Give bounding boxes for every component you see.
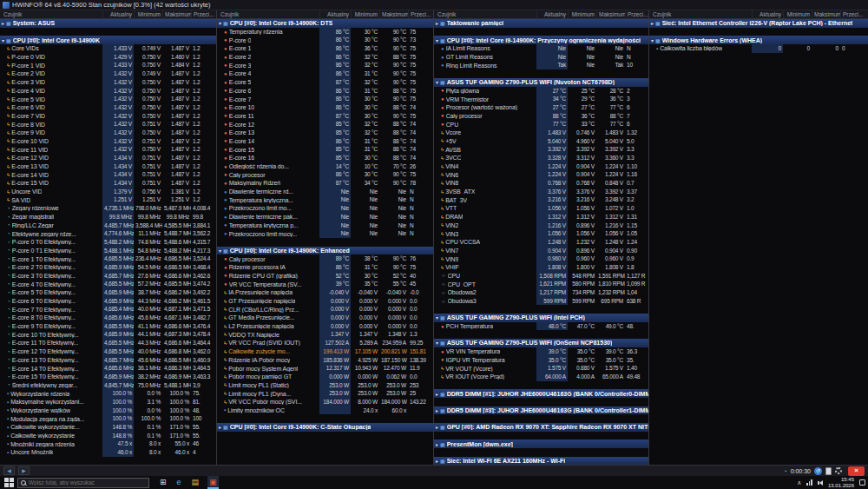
sensor-row[interactable]: ϟGT Media Przesunięcie...0.000 V0.000 V0… bbox=[217, 314, 433, 322]
sensor-row[interactable]: ●IGPU VR Temperatura35.0 °C35.0 °C35.0 °… bbox=[434, 356, 648, 365]
section-header[interactable]: ▾▦ASUS TUF GAMING Z790-PLUS WIFI (Nuvoto… bbox=[434, 78, 648, 87]
sensor-row[interactable]: ϟPobór mocy System Agent12.317 W10.943 W… bbox=[217, 364, 433, 373]
sensor-row[interactable]: ϟPobór mocy pamięci GT0.000 W0.000 W0.06… bbox=[217, 373, 433, 381]
sensor-row[interactable]: ▪Wykorzystanie rdzenia100.0 %0.0 %100.0 … bbox=[0, 389, 216, 398]
sensor-row[interactable]: ●Cały procesor88 °C36 °C88 °C7 bbox=[434, 112, 648, 121]
sensor-row[interactable]: ϟE-core 10 VID1.432 V0.751 V1.487 V1.2 bbox=[0, 137, 216, 146]
sensor-row[interactable]: ϟE-core 13 VID1.434 V0.751 V1.487 V1.2 bbox=[0, 162, 216, 171]
sensor-row[interactable]: ϟE-core 11 VID1.432 V0.750 V1.487 V1.2 bbox=[0, 145, 216, 154]
sensor-row[interactable]: ●Maksymalny Rdzeń87 °C34 °C90 °C78 bbox=[217, 179, 433, 188]
avg-column-title[interactable]: Przeci... bbox=[840, 10, 868, 18]
sensor-row[interactable]: ●Cały procesor89 °C38 °C90 °C76 bbox=[217, 254, 433, 263]
section-header[interactable]: ▸▦Sieć: Intel Wi-Fi 6E AX211 160MHz - Wi… bbox=[434, 457, 648, 465]
sensor-row[interactable]: ●PCH Temperatura48.0 °C47.0 °C49.0 °C48. bbox=[434, 322, 648, 331]
sensor-row[interactable]: ◔E-core 12 T0 Efektywny...4,685.5 MHz40.… bbox=[0, 347, 216, 356]
sensor-row[interactable]: ϟCLR (CBo/LLC/Ring) Prz...0.000 V0.000 V… bbox=[217, 305, 433, 314]
sensor-column-title[interactable]: Czujnik bbox=[217, 10, 319, 18]
sensor-row[interactable]: ◔Efektywne zegary rdze...4,774.6 MHz11.1… bbox=[0, 229, 216, 238]
sensor-row[interactable]: ●E-core 486 °C31 °C90 °C75 bbox=[217, 69, 433, 78]
sensor-row[interactable]: ●E-core 587 °C32 °C90 °C75 bbox=[217, 78, 433, 87]
sensor-row[interactable]: ▪Uncore Mnożnik46.0 x8.0 x46.0 x4 bbox=[0, 448, 216, 457]
section-header[interactable]: ▸▦Sieć: Intel Ethernet Controller I226-V… bbox=[649, 19, 868, 28]
sensor-column-title[interactable]: Czujnik bbox=[434, 10, 536, 18]
network-icon[interactable] bbox=[806, 479, 812, 486]
sensor-row[interactable]: ▪Całkowita liczba błędów0000 bbox=[649, 44, 868, 53]
tray-chevron-icon[interactable]: ∧ bbox=[797, 479, 801, 486]
sensor-row[interactable]: ϟE-core 8 VID1.432 V0.751 V1.487 V1.2 bbox=[0, 120, 216, 129]
sensor-row[interactable]: ●E-core 1086 °C30 °C88 °C74 bbox=[217, 103, 433, 112]
sensor-row[interactable]: ◔E-core 13 T0 Efektywny...4,685.7 MHz45.… bbox=[0, 356, 216, 365]
hwinfo-icon[interactable]: ▣ bbox=[207, 476, 219, 489]
avg-column-title[interactable]: Przeci... bbox=[408, 10, 433, 18]
sensor-row[interactable]: ●IA Limit ReasonsNieNieNieN bbox=[434, 44, 648, 53]
sensor-row[interactable]: ◔E-core 7 T0 Efektywny...4,685.4 MHz40.0… bbox=[0, 305, 216, 314]
sensor-row[interactable]: ●Płyta główna27 °C25 °C28 °C2 bbox=[434, 87, 648, 96]
speaker-icon[interactable] bbox=[818, 480, 823, 486]
sensor-row[interactable]: ϟVTT1.056 V1.056 V1.072 V1.0 bbox=[434, 204, 648, 213]
sensor-row[interactable]: ϟCPU VCCSA1.248 V1.232 V1.248 V1.24 bbox=[434, 238, 648, 247]
sensor-row[interactable]: ϟVR VCC Pobór mocy (SVI...184.000 W8.000… bbox=[217, 398, 433, 406]
start-button[interactable] bbox=[4, 478, 14, 487]
current-column-title[interactable]: Aktualny bbox=[102, 10, 134, 18]
section-header[interactable]: ▾▦Windows Hardware Errors (WHEA) bbox=[649, 36, 868, 44]
sensor-row[interactable]: ϟDRAM1.312 V1.312 V1.312 V1.31 bbox=[434, 213, 648, 221]
sensor-column-title[interactable]: Czujnik bbox=[649, 10, 752, 18]
sensor-row[interactable]: ●VR VIN Temperatura39.0 °C35.0 °C39.0 °C… bbox=[434, 347, 648, 356]
file-explorer-icon[interactable]: ▤ bbox=[190, 476, 201, 489]
prev-column-button[interactable]: ◀ bbox=[3, 466, 15, 475]
sensor-row[interactable]: ●CPU77 °C33 °C77 °C6 bbox=[434, 120, 648, 129]
section-header[interactable]: ▾▦ASUS TUF GAMING Z790-PLUS WIFI (OnSemi… bbox=[434, 339, 648, 347]
section-header[interactable]: ▸▦DDR5 DIMM [#3]: JUHOR JHE6000U46163G (… bbox=[434, 406, 648, 415]
sensor-row[interactable]: ●Dławienie termiczne pak...NieNieNieN bbox=[217, 213, 433, 221]
sensor-row[interactable]: ϟUncore VID1.379 V0.756 V1.381 V1.2 bbox=[0, 188, 216, 196]
sensor-row[interactable]: ☼Obudowa21,217 RPM734 RPM1,232 RPM1,04 bbox=[434, 288, 648, 297]
sensor-row[interactable]: ◔P-core 0 T1 Efektywny...5,488.1 MHz54.8… bbox=[0, 247, 216, 255]
sensor-row[interactable]: ◔E-core 4 T0 Efektywny...4,685.5 MHz57.2… bbox=[0, 280, 216, 288]
sensor-row[interactable]: ϟP-core 1 VID1.433 V0.750 V1.484 V1.2 bbox=[0, 61, 216, 69]
sensor-row[interactable]: ϟE-core 7 VID1.432 V0.750 V1.487 V1.2 bbox=[0, 112, 216, 121]
close-button[interactable]: × bbox=[848, 466, 865, 476]
reset-values-button[interactable]: ↺ bbox=[814, 467, 822, 475]
sensor-row[interactable]: ϟE-core 14 VID1.434 V0.751 V1.487 V1.2 bbox=[0, 170, 216, 179]
task-view-icon[interactable]: ⊞ bbox=[158, 476, 168, 489]
sensor-row[interactable]: ▪Limity mnożników OC24.0 x60.0 x bbox=[217, 406, 433, 415]
sensor-row[interactable]: ϟGT Przesunięcie napięcia0.000 V0.000 V0… bbox=[217, 297, 433, 306]
current-column-title[interactable]: Aktualny bbox=[752, 10, 783, 18]
sensor-row[interactable]: ●Rdzenie CPU GT (grafika)52 °C30 °C52 °C… bbox=[217, 272, 433, 281]
sensor-row[interactable]: ϟE-core 3 VID1.432 V0.750 V1.487 V1.2 bbox=[0, 78, 216, 87]
section-header[interactable]: ▸▦System: ASUS bbox=[0, 19, 216, 28]
sensor-row[interactable]: ϟVIN70.904 V0.896 V0.904 V0.90 bbox=[434, 247, 648, 255]
sensor-row[interactable]: ϟRdzenie IA Pobór mocy185.836 W4.925 W18… bbox=[217, 356, 433, 365]
sensor-row[interactable]: ◔E-core 11 T0 Efektywny...4,685.5 MHz44.… bbox=[0, 339, 216, 347]
sensor-row[interactable]: ϟVIN21.216 V0.896 V1.216 V1.15 bbox=[434, 221, 648, 230]
min-column-title[interactable]: Minimum bbox=[351, 10, 379, 18]
sensor-row[interactable]: ●Ring Limit ReasonsTakNieTak10 bbox=[434, 61, 648, 69]
sensor-row[interactable]: ϟCałkowite zużycie mo...199.413 W17.105 … bbox=[217, 347, 433, 356]
max-column-title[interactable]: Maksimum bbox=[379, 10, 408, 18]
section-header[interactable]: ▾▦CPU [#0]: Intel Core i9-14900K bbox=[0, 36, 216, 44]
sensor-row[interactable]: ●E-core 1385 °C32 °C88 °C74 bbox=[217, 129, 433, 137]
section-header[interactable]: ▸▦PresentMon [dwm.exe] bbox=[434, 439, 648, 448]
sensor-row[interactable]: ϟVHIF1.808 V1.800 V1.808 V1.8 bbox=[434, 263, 648, 272]
sensor-row[interactable]: ●E-core 286 °C32 °C88 °C75 bbox=[217, 53, 433, 62]
current-column-title[interactable]: Aktualny bbox=[536, 10, 568, 18]
sensor-row[interactable]: ϟVcore1.483 V0.746 V1.483 V1.32 bbox=[434, 129, 648, 137]
sensor-row[interactable]: ▪Całkowite wykorzystanie...148.8 %0.1 %1… bbox=[0, 423, 216, 432]
sensor-row[interactable]: ϟVIN41.224 V0.904 V1.224 V1.10 bbox=[434, 162, 648, 171]
section-header[interactable]: ▾▦CPU [#0]: Intel Core i9-14900K: Enhanc… bbox=[217, 247, 433, 255]
sensor-row[interactable]: ϟSA VID1.251 V1.251 V1.251 V1.2 bbox=[0, 195, 216, 204]
settings-button[interactable] bbox=[835, 467, 842, 474]
sensor-row[interactable]: ◔E-core 9 T0 Efektywny...4,685.5 MHz41.1… bbox=[0, 322, 216, 331]
sensor-row[interactable]: ◔Ring/LLC Zegar4,485.7 MHz3,588.4 MHz4,5… bbox=[0, 221, 216, 230]
section-header[interactable]: ▾▦ASUS TUF GAMING Z790-PLUS WIFI (Intel … bbox=[434, 314, 648, 322]
sensor-row[interactable]: ●Odległość rdzenia do...14 °C10 °C70 °C2… bbox=[217, 162, 433, 171]
section-header[interactable]: ▾▦CPU [#0]: Intel Core i9-14900K: Przycz… bbox=[434, 36, 648, 44]
sensor-row[interactable]: ϟCore VIDs1.433 V0.749 V1.487 V1.2 bbox=[0, 44, 216, 53]
sensor-row[interactable]: ϟE-core 12 VID1.434 V0.751 V1.487 V1.2 bbox=[0, 154, 216, 162]
sensor-row[interactable]: ●E-core 386 °C32 °C90 °C75 bbox=[217, 61, 433, 69]
sensor-row[interactable]: ◔E-core 1 T0 Efektywny...4,685.5 MHz236.… bbox=[0, 254, 216, 263]
sensor-row[interactable]: ●Przekroczono limit mocy...NieNieNieN bbox=[217, 229, 433, 238]
max-column-title[interactable]: Maksimum bbox=[596, 10, 625, 18]
sensor-row[interactable]: ☼CPU_OPT1,621 RPM580 RPM1,810 RPM1,099 R bbox=[434, 280, 648, 288]
sensor-row[interactable]: ●Rdzenie procesora IA86 °C31 °C90 °C75 bbox=[217, 263, 433, 272]
